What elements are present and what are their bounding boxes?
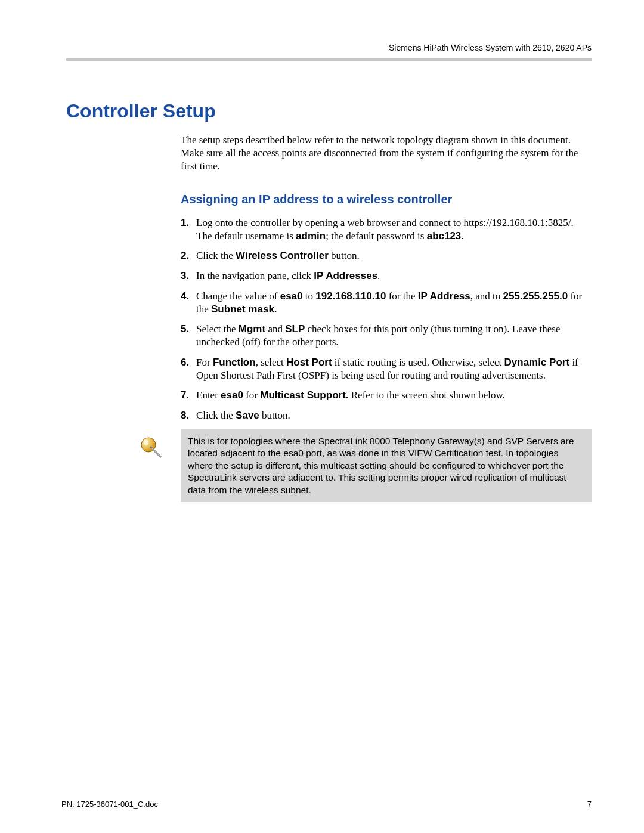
step-7: Enter esa0 for Multicast Support. Refer …: [181, 389, 592, 402]
svg-point-1: [144, 439, 148, 445]
intro-text: The setup steps described below refer to…: [181, 134, 592, 173]
step-6: For Function, select Host Port if static…: [181, 356, 592, 382]
step-2: Click the Wireless Controller button.: [181, 249, 592, 262]
section-heading: Assigning an IP address to a wireless co…: [181, 192, 592, 207]
footer-page: 7: [587, 800, 592, 809]
pin-icon: [137, 433, 172, 463]
step-1: Log onto the controller by opening a web…: [181, 216, 592, 243]
steps-list: Log onto the controller by opening a web…: [181, 216, 592, 422]
note-box: This is for topologies where the Spectra…: [181, 429, 592, 502]
header-rule: [66, 58, 592, 61]
step-5: Select the Mgmt and SLP check boxes for …: [181, 323, 592, 349]
step-4: Change the value of esa0 to 192.168.110.…: [181, 290, 592, 316]
step-3: In the navigation pane, click IP Address…: [181, 270, 592, 283]
header-product: Siemens HiPath Wireless System with 2610…: [61, 43, 592, 54]
footer-pn: PN: 1725-36071-001_C.doc: [61, 800, 158, 809]
page-title: Controller Setup: [66, 99, 592, 123]
step-8: Click the Save button.: [181, 409, 592, 422]
